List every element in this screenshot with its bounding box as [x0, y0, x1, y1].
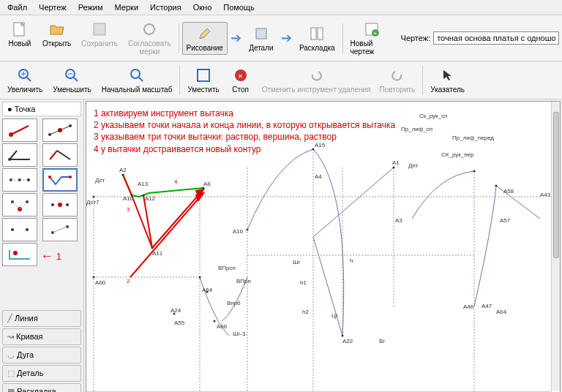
pointer-button[interactable]: Указатель: [426, 64, 469, 97]
zoom-in-button[interactable]: Увеличить: [3, 64, 47, 97]
instruction-overlay: 1 активируем инструмент вытачка 2 указыв…: [94, 108, 395, 155]
svg-text:А12: А12: [145, 195, 156, 202]
svg-point-16: [131, 69, 140, 78]
zoom-reset-icon: [128, 67, 146, 84]
svg-line-41: [12, 202, 20, 209]
svg-line-27: [10, 151, 17, 159]
svg-point-2: [144, 24, 154, 34]
folder-icon: [48, 20, 66, 38]
svg-point-43: [51, 203, 54, 206]
svg-text:✕: ✕: [238, 73, 243, 80]
redo-icon: [389, 67, 406, 84]
tool-point-4[interactable]: [42, 143, 78, 167]
zoom-out-button[interactable]: Уменьшить: [48, 64, 95, 97]
tool-point-9[interactable]: [2, 218, 37, 241]
category-layout[interactable]: ▦ Раскладка: [2, 383, 81, 392]
save-button[interactable]: Сохранить: [77, 18, 122, 50]
svg-line-10: [27, 78, 31, 81]
drawing-name-input[interactable]: [433, 31, 559, 45]
category-arc[interactable]: ◡ Дуга: [2, 347, 81, 363]
svg-line-31: [57, 151, 70, 159]
svg-point-84: [473, 170, 476, 173]
svg-point-46: [11, 228, 14, 231]
file-icon: [11, 20, 29, 38]
svg-line-50: [53, 227, 67, 233]
svg-point-37: [69, 176, 72, 178]
tool-point-5[interactable]: [2, 168, 37, 192]
svg-text:А3: А3: [395, 217, 402, 224]
svg-text:А57: А57: [500, 217, 511, 224]
fit-button[interactable]: Уместить: [183, 64, 223, 97]
annotation-arrow-1: ← 1: [40, 249, 81, 264]
zoom-reset-button[interactable]: Начальный масштаб: [97, 64, 177, 97]
svg-text:4: 4: [174, 178, 178, 185]
redo-button[interactable]: Повторить: [375, 64, 420, 97]
svg-line-22: [11, 126, 29, 135]
stop-button[interactable]: ✕Стоп: [224, 64, 258, 97]
svg-text:А1: А1: [392, 159, 400, 166]
vertical-scrollbar[interactable]: [551, 102, 560, 391]
svg-point-79: [214, 320, 216, 323]
tool-point-2[interactable]: [42, 118, 78, 142]
menu-history[interactable]: История: [146, 1, 186, 13]
svg-text:А13: А13: [138, 181, 149, 187]
svg-text:А47: А47: [482, 303, 492, 309]
sync-button[interactable]: Согласовать мерки: [124, 18, 176, 59]
arrow-right-icon: ➔: [231, 30, 241, 46]
svg-line-63: [132, 195, 152, 248]
svg-text:СК_рук_пер: СК_рук_пер: [441, 151, 474, 158]
svg-line-62: [123, 175, 132, 195]
svg-text:2: 2: [127, 278, 130, 284]
sidebar-category-point[interactable]: Точка: [2, 102, 81, 116]
fit-icon: [195, 67, 212, 84]
category-detail[interactable]: ⬚ Деталь: [2, 365, 81, 382]
svg-text:А2: А2: [119, 167, 127, 173]
svg-text:Дст: Дст: [95, 177, 105, 184]
drawing-mode-button[interactable]: Рисование: [182, 22, 228, 55]
menu-measures[interactable]: Мерки: [110, 1, 143, 13]
svg-text:h2: h2: [302, 309, 309, 315]
menu-mode[interactable]: Режим: [74, 1, 108, 13]
cursor-icon: [439, 67, 457, 84]
menu-drawing[interactable]: Чертеж: [34, 1, 71, 13]
svg-text:h: h: [350, 257, 353, 264]
svg-point-75: [93, 276, 95, 279]
drawing-canvas[interactable]: 1 активируем инструмент вытачка 2 указыв…: [86, 101, 561, 392]
svg-line-65: [130, 193, 203, 277]
tool-point-7[interactable]: [2, 193, 37, 216]
svg-text:Цг: Цг: [331, 312, 338, 319]
new-drawing-button[interactable]: +Новый чертеж: [346, 18, 398, 59]
tool-point-8[interactable]: [42, 193, 78, 216]
svg-text:ВПрсп: ВПрсп: [218, 265, 236, 271]
tool-dart[interactable]: [42, 168, 78, 192]
category-line[interactable]: ╱ Линия: [2, 310, 81, 327]
zoom-out-icon: [63, 67, 80, 84]
new-button[interactable]: Новый: [3, 18, 37, 50]
menu-window[interactable]: Окно: [189, 1, 217, 13]
tool-sidebar: Точка ← 1 ╱ Линия ↝ Кривая ◡ Дуга ⬚ Дета…: [0, 99, 84, 392]
tool-point-11[interactable]: [2, 243, 37, 266]
svg-text:Впрб: Впрб: [227, 300, 241, 306]
svg-point-51: [13, 251, 18, 255]
svg-text:А64: А64: [496, 309, 507, 315]
svg-text:А11: А11: [152, 250, 163, 257]
svg-point-69: [93, 196, 95, 198]
open-button[interactable]: Открыть: [38, 18, 75, 50]
tool-point-10[interactable]: [42, 218, 78, 241]
svg-rect-1: [94, 23, 105, 35]
details-button[interactable]: Детали: [244, 22, 278, 55]
category-curve[interactable]: ↝ Кривая: [2, 328, 81, 345]
stop-icon: ✕: [232, 67, 250, 84]
tool-point-3[interactable]: [2, 143, 37, 167]
svg-text:А8: А8: [203, 181, 211, 187]
menu-file[interactable]: Файл: [3, 1, 31, 13]
svg-text:Дст7: Дст7: [86, 199, 100, 206]
layout-button[interactable]: Раскладка: [295, 22, 340, 55]
undo-button[interactable]: Отменить инструмент удаления: [258, 64, 375, 97]
svg-text:Вг: Вг: [379, 338, 385, 344]
menu-help[interactable]: Помощь: [219, 1, 259, 13]
svg-point-45: [58, 203, 62, 207]
svg-text:Шг-3: Шг-3: [233, 331, 246, 337]
tool-point-1[interactable]: [2, 118, 37, 142]
svg-text:Пр_лиф_перед: Пр_лиф_перед: [452, 135, 494, 141]
